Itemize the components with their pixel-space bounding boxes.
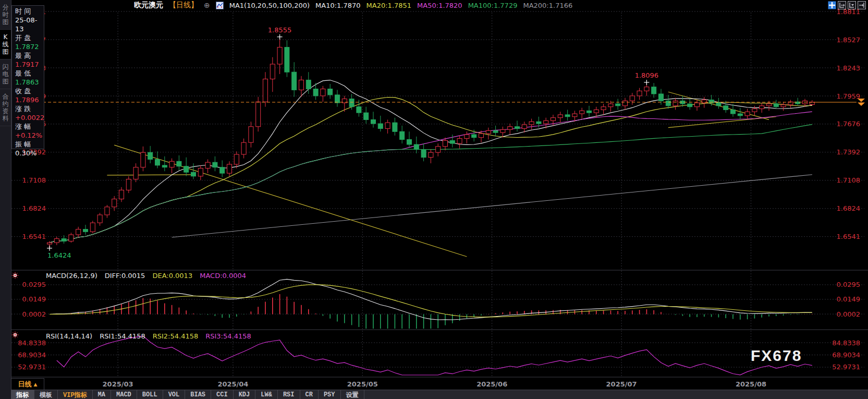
svg-text:1.8096: 1.8096 — [635, 71, 659, 79]
toolbar-item[interactable]: MACD — [111, 390, 137, 399]
crosshair-icon[interactable] — [828, 1, 836, 9]
info-label: 涨 幅 — [15, 122, 44, 131]
svg-text:84.8338: 84.8338 — [18, 339, 46, 347]
toolbar-item[interactable]: RSI — [278, 390, 300, 399]
sidebar: 分 时 图 K 线 图 闪 电 图 合 约 资 料 — [0, 0, 11, 399]
sidebar-tab[interactable]: 合 约 资 料 — [0, 89, 11, 126]
info-value: +0.12% — [15, 131, 44, 140]
toolbar-item[interactable]: VOL — [163, 390, 186, 399]
sidebar-tab[interactable]: 闪 电 图 — [0, 59, 11, 89]
toolbar-item[interactable]: KDJ — [234, 390, 256, 399]
info-row: 时 间 25-08-13 — [15, 7, 44, 33]
ma50-value: MA50:1.7820 — [417, 2, 462, 9]
svg-text:1.6424: 1.6424 — [47, 251, 71, 259]
info-label: 最 低 — [15, 69, 44, 78]
info-label: 最 高 — [15, 51, 44, 60]
info-row: 涨 幅 +0.12% — [15, 122, 44, 140]
fx678-watermark: FX678 — [751, 347, 802, 365]
toolbar-item[interactable]: LW& — [255, 390, 278, 399]
info-label: 涨 跌 — [15, 104, 44, 113]
period-tag: 【日线】 — [169, 1, 198, 10]
macd-dea-value: DEA:0.0013 — [152, 272, 192, 280]
macd-pane-settings-icon[interactable] — [11, 272, 19, 279]
macd-title: MACD(26,12,9) — [46, 272, 97, 280]
svg-text:0.0295: 0.0295 — [22, 281, 46, 288]
ma100-value: MA100:1.7729 — [468, 2, 518, 9]
svg-text:68.9034: 68.9034 — [18, 351, 46, 359]
toolbar-item[interactable]: BOLL — [137, 390, 163, 399]
toolbar-item[interactable]: PSY — [319, 390, 341, 399]
svg-text:1.7108: 1.7108 — [22, 176, 46, 184]
svg-text:2025/04: 2025/04 — [217, 380, 248, 388]
svg-text:52.9731: 52.9731 — [18, 363, 46, 371]
rsi-pane-settings-icon[interactable] — [11, 331, 19, 338]
chart-header: 欧元澳元 【日线】 ⊕ MA1(10,20,50,100,200) MA10:1… — [134, 1, 572, 10]
period-selector[interactable]: 日线 ▲ — [11, 378, 44, 390]
axis-zoom-left-icon[interactable] — [838, 1, 846, 9]
macd-diff-value: DIFF:0.0015 — [105, 272, 145, 280]
svg-text:1.8527: 1.8527 — [837, 36, 861, 44]
info-label: 时 间 — [15, 7, 44, 16]
svg-text:0.0002: 0.0002 — [837, 310, 861, 318]
toolbar-item[interactable]: CR — [300, 390, 319, 399]
info-value: 1.7863 — [15, 78, 44, 87]
info-label: 收 盘 — [15, 87, 44, 95]
info-value: +0.0022 — [15, 113, 44, 122]
svg-text:2025/03: 2025/03 — [103, 380, 133, 388]
info-row: 最 低 1.7863 — [15, 69, 44, 87]
svg-text:1.6824: 1.6824 — [837, 204, 861, 212]
ma200-value: MA200:1.7166 — [523, 2, 572, 9]
svg-text:52.9731: 52.9731 — [832, 363, 860, 371]
info-value: 0.30% — [15, 149, 44, 158]
svg-text:2025/05: 2025/05 — [347, 380, 378, 388]
svg-text:0.0295: 0.0295 — [837, 281, 861, 288]
svg-text:1.7959: 1.7959 — [837, 92, 861, 100]
rsi3-value: RSI3:54.4158 — [205, 332, 251, 340]
period-label: 日线 — [18, 380, 32, 389]
toolbar-item[interactable]: 指标 — [11, 390, 34, 399]
toolbar-item[interactable]: MA — [93, 390, 111, 399]
ma20-value: MA20:1.7851 — [366, 2, 412, 9]
compare-add-icon[interactable]: ⊕ — [204, 1, 210, 9]
toolbar-item[interactable]: VIP指标 — [58, 390, 93, 399]
svg-text:1.7676: 1.7676 — [837, 120, 861, 128]
toolbar-item[interactable]: 模板 — [34, 390, 58, 399]
sidebar-tab[interactable]: K 线 图 — [0, 30, 11, 59]
info-value: 25-08-13 — [15, 16, 44, 33]
mini-chart-icon — [216, 2, 224, 9]
axis-pan-icon[interactable] — [858, 1, 866, 9]
axis-zoom-right-icon[interactable] — [848, 1, 856, 9]
info-row: 最 高 1.7917 — [15, 51, 44, 69]
svg-text:84.8338: 84.8338 — [832, 339, 860, 347]
ohlc-info-panel: 时 间 25-08-13 开 盘 1.7872 最 高 1.7917 最 低 1… — [11, 5, 44, 149]
info-row: 开 盘 1.7872 — [15, 33, 44, 51]
ma-settings-label: MA1(10,20,50,100,200) — [229, 2, 310, 9]
info-value: 1.7896 — [15, 95, 44, 104]
toolbar-item[interactable]: CCI — [211, 390, 234, 399]
toolbar-item[interactable]: BIAS — [185, 390, 211, 399]
chevron-up-icon: ▲ — [34, 382, 38, 387]
svg-text:0.0149: 0.0149 — [837, 295, 861, 303]
toolbar-item[interactable]: 设置 — [341, 390, 364, 399]
info-label: 开 盘 — [15, 33, 44, 42]
svg-text:1.7108: 1.7108 — [837, 176, 861, 184]
chart-app: 1.88111.88111.85271.85271.82431.82431.79… — [0, 0, 868, 399]
info-value: 1.7917 — [15, 60, 44, 69]
rsi1-value: RSI1:54.4158 — [100, 332, 145, 340]
toolbar-top-right — [828, 1, 866, 9]
rsi-title: RSI(14,14,14) — [46, 332, 92, 340]
sidebar-tab[interactable]: 分 时 图 — [0, 0, 11, 30]
svg-text:1.6541: 1.6541 — [22, 233, 46, 240]
svg-text:1.7392: 1.7392 — [837, 148, 861, 156]
svg-text:0.0002: 0.0002 — [22, 310, 46, 318]
info-row: 振 幅 0.30% — [15, 140, 44, 158]
info-value: 1.7872 — [15, 42, 44, 51]
rsi2-value: RSI2:54.4158 — [153, 332, 199, 340]
symbol-title: 欧元澳元 — [134, 1, 163, 10]
macd-pane-header: MACD(26,12,9) DIFF:0.0015 DEA:0.0013 MAC… — [46, 272, 246, 280]
svg-text:2025/08: 2025/08 — [736, 380, 766, 388]
indicator-toolbar: 指标 模板 VIP指标 MA MACD BOLL VOL BIAS CCI KD… — [11, 390, 868, 399]
info-label: 振 幅 — [15, 140, 44, 149]
rsi-pane-header: RSI(14,14,14) RSI1:54.4158 RSI2:54.4158 … — [46, 332, 251, 340]
info-row: 涨 跌 +0.0022 — [15, 104, 44, 122]
